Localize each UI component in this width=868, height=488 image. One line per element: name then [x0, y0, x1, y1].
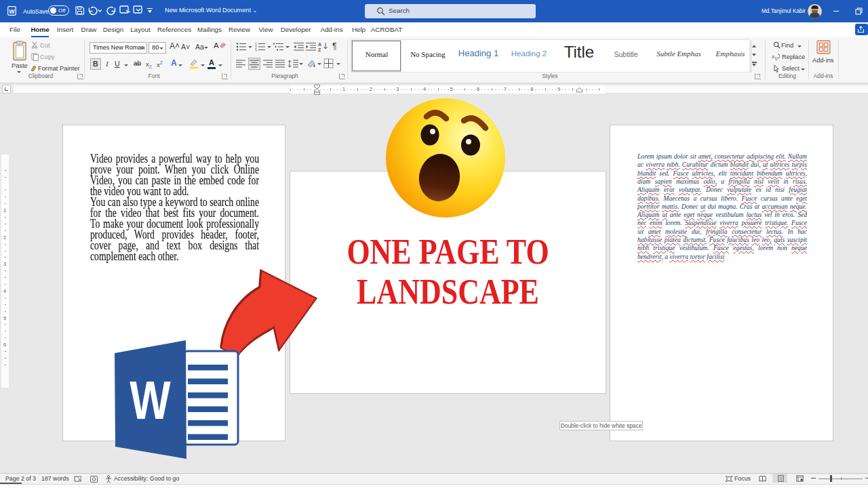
svg-text:3: 3 [255, 49, 257, 52]
svg-text:b: b [775, 56, 778, 61]
svg-text:a: a [772, 54, 774, 59]
svg-text:Z: Z [318, 47, 321, 52]
svg-text:A: A [318, 42, 321, 47]
svg-text:W: W [130, 369, 171, 430]
svg-text:W: W [9, 8, 15, 15]
